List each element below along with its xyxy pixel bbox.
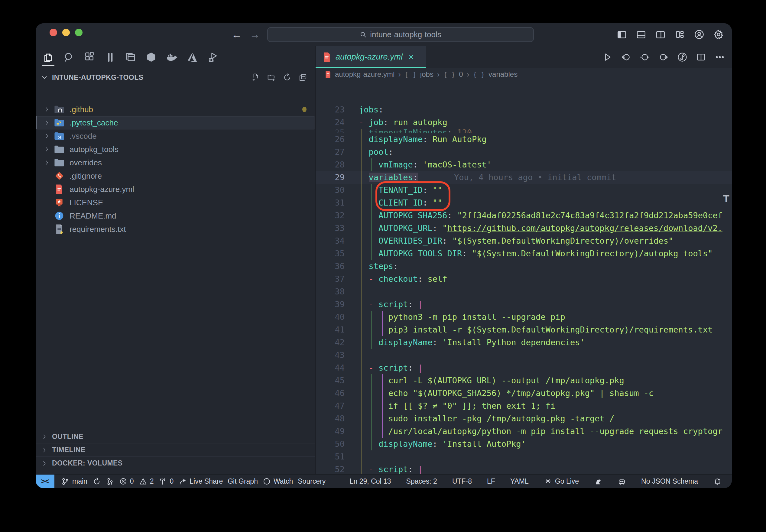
status-item-pet-icon[interactable]	[592, 475, 605, 488]
refresh-icon[interactable]	[283, 73, 292, 82]
status-item-lf[interactable]: LF	[485, 475, 498, 488]
tree-item--pytest-cache[interactable]: .pytest_cache	[36, 116, 314, 129]
code-line-46[interactable]: 46 echo "$(AUTOPKG_SHA256) */tmp/autopkg…	[316, 387, 732, 400]
status-item-robot-icon[interactable]	[615, 475, 628, 488]
status-item-live-share[interactable]: Live Share	[176, 475, 225, 488]
status-item-no-json-schema[interactable]: No JSON Schema	[639, 475, 700, 488]
code-line-41[interactable]: 41 pip3 install -r $(System.DefaultWorki…	[316, 323, 732, 336]
status-item-bell-icon[interactable]	[711, 475, 724, 488]
close-tab-icon[interactable]: ×	[409, 52, 414, 62]
toggle-secondary-sidebar-icon[interactable]	[654, 28, 667, 41]
code-line-26[interactable]: 26 displayName: Run AutoPkg	[316, 133, 732, 146]
zoom-window-button[interactable]	[75, 29, 83, 36]
code-line-37[interactable]: 37 - checkout: self	[316, 273, 732, 285]
split-editor-icon[interactable]	[695, 52, 707, 62]
customize-layout-icon[interactable]	[674, 28, 686, 41]
code-line-42[interactable]: 42 displayName: 'Install Python dependen…	[316, 336, 732, 349]
code-line-25[interactable]: 25 timeoutInMinutes: 120	[316, 129, 732, 133]
activity-item-docker-icon[interactable]	[164, 48, 180, 66]
tree-item-requirements-txt[interactable]: requirements.txt	[36, 222, 314, 236]
code-line-49[interactable]: 49 /usr/local/autopkg/python -m pip inst…	[316, 425, 732, 438]
gitlens-graph-icon[interactable]	[676, 52, 688, 62]
status-item-spaces-2[interactable]: Spaces: 2	[404, 475, 440, 488]
tree-item-readme-md[interactable]: README.md	[36, 209, 314, 222]
breadcrumb-item[interactable]: variables	[488, 70, 518, 79]
toggle-sidebar-icon[interactable]	[616, 28, 628, 41]
code-line-24[interactable]: 24- job: run_autopkg	[316, 116, 732, 129]
status-item-utf-8[interactable]: UTF-8	[450, 475, 474, 488]
sidebar-panel-outline[interactable]: OUTLINE	[36, 430, 315, 443]
code-line-35[interactable]: 35 AUTOPKG_TOOLS_DIR: "$(System.DefaultW…	[316, 247, 732, 260]
close-window-button[interactable]	[50, 29, 57, 36]
status-item-0[interactable]: 02	[117, 475, 156, 488]
activity-item-azure-icon[interactable]	[184, 48, 200, 66]
activity-item-files-icon[interactable]	[41, 48, 56, 66]
breadcrumb-item[interactable]: 0	[459, 70, 463, 79]
command-center-search[interactable]: intune-autopkg-tools	[267, 27, 534, 42]
breadcrumb-item[interactable]: jobs	[420, 70, 433, 79]
code-line-23[interactable]: 23jobs:	[316, 103, 732, 116]
code-line-44[interactable]: 44 - script: |	[316, 362, 732, 374]
activity-item-search-icon[interactable]	[61, 48, 77, 66]
status-item-sourcery[interactable]: Sourcery	[295, 475, 328, 488]
code-line-38[interactable]: 38	[316, 285, 732, 298]
status-item-go-live[interactable]: Go Live	[541, 475, 581, 488]
tree-item--gitignore[interactable]: .gitignore	[36, 169, 314, 183]
breadcrumb-item[interactable]: autopkg-azure.yml	[335, 70, 394, 79]
tree-item-license[interactable]: LICENSE	[36, 196, 314, 209]
status-item-watch[interactable]: Watch	[260, 475, 295, 488]
explorer-header[interactable]: INTUNE-AUTOPKG-TOOLS	[36, 71, 315, 84]
sidebar-panel-docker-volumes[interactable]: DOCKER: VOLUMES	[36, 456, 315, 470]
toggle-panel-icon[interactable]	[635, 28, 647, 41]
sidebar-panel-timeline[interactable]: TIMELINE	[36, 443, 315, 456]
code-line-45[interactable]: 45 curl -L $(AUTOPKG_URL) --output /tmp/…	[316, 374, 732, 387]
tree-item-autopkg-azure-yml[interactable]: autopkg-azure.yml	[36, 183, 314, 196]
status-item-yaml[interactable]: YAML	[508, 475, 531, 488]
remote-indicator[interactable]: ><	[36, 475, 54, 488]
code-area[interactable]: 23jobs:24- job: run_autopkg25 timeoutInM…	[316, 81, 732, 474]
code-line-34[interactable]: 34 OVERRIDES_DIR: "$(System.DefaultWorki…	[316, 235, 732, 247]
new-file-icon[interactable]	[251, 73, 260, 82]
nav-back-circle-icon[interactable]	[620, 52, 632, 62]
arrow-back-icon[interactable]: ←	[232, 29, 242, 41]
code-line-52[interactable]: 52 - script: |	[316, 463, 732, 474]
code-line-33[interactable]: 33 AUTOPKG_URL: "https://github.com/auto…	[316, 222, 732, 235]
code-line-27[interactable]: 27 pool:	[316, 146, 732, 158]
activity-item-windows-stack-icon[interactable]	[123, 48, 138, 66]
code-line-36[interactable]: 36 steps:	[316, 260, 732, 273]
code-line-50[interactable]: 50 displayName: 'Install AutoPkg'	[316, 438, 732, 450]
code-line-51[interactable]: 51	[316, 450, 732, 463]
status-item-commit-graph-icon[interactable]	[103, 475, 117, 488]
nav-forward-circle-icon[interactable]	[657, 52, 670, 62]
code-line-40[interactable]: 40 python3 -m pip install --upgrade pip	[316, 311, 732, 323]
activity-item-hexagon-icon[interactable]	[143, 48, 159, 66]
collapse-all-icon[interactable]	[298, 73, 307, 82]
tree-item-autopkg-tools[interactable]: autopkg_tools	[36, 143, 314, 156]
code-line-48[interactable]: 48 sudo installer -pkg /tmp/autopkg.pkg …	[316, 412, 732, 425]
activity-item-extensions-icon[interactable]	[82, 48, 97, 66]
status-item-0[interactable]: 0	[156, 475, 176, 488]
code-line-28[interactable]: 28 vmImage: 'macOS-latest'	[316, 158, 732, 171]
status-item-main[interactable]: main	[59, 475, 103, 488]
code-line-32[interactable]: 32 AUTOPKG_SHA256: "2ff34daf02256ad81e2c…	[316, 209, 732, 222]
status-item-ln-29-col-13[interactable]: Ln 29, Col 13	[347, 475, 394, 488]
nav-circle-icon[interactable]	[639, 52, 651, 62]
tree-item-overrides[interactable]: overrides	[36, 156, 314, 169]
minimize-window-button[interactable]	[62, 29, 70, 36]
code-line-43[interactable]: 43	[316, 349, 732, 362]
activity-item-debug-bug-icon[interactable]	[205, 48, 221, 66]
tree-item--github[interactable]: .github	[36, 103, 314, 116]
settings-gear-icon[interactable]	[712, 28, 725, 41]
activity-item-pause-bars-icon[interactable]	[102, 48, 118, 66]
new-folder-icon[interactable]	[267, 73, 276, 82]
tab-autopkg-azure[interactable]: autopkg-azure.yml ×	[316, 46, 426, 68]
account-icon[interactable]	[693, 28, 705, 41]
code-line-29[interactable]: 29 variables:You, 4 hours ago • initial …	[316, 171, 732, 184]
arrow-forward-icon[interactable]: →	[250, 29, 260, 41]
status-item-git-graph[interactable]: Git Graph	[225, 475, 260, 488]
more-actions-icon[interactable]	[714, 52, 726, 62]
tree-item--vscode[interactable]: .vscode	[36, 129, 314, 143]
code-line-47[interactable]: 47 if [[ $? ≠ "0" ]]; then exit 1; fi	[316, 400, 732, 412]
run-icon[interactable]	[601, 52, 613, 62]
code-line-39[interactable]: 39 - script: |	[316, 298, 732, 311]
